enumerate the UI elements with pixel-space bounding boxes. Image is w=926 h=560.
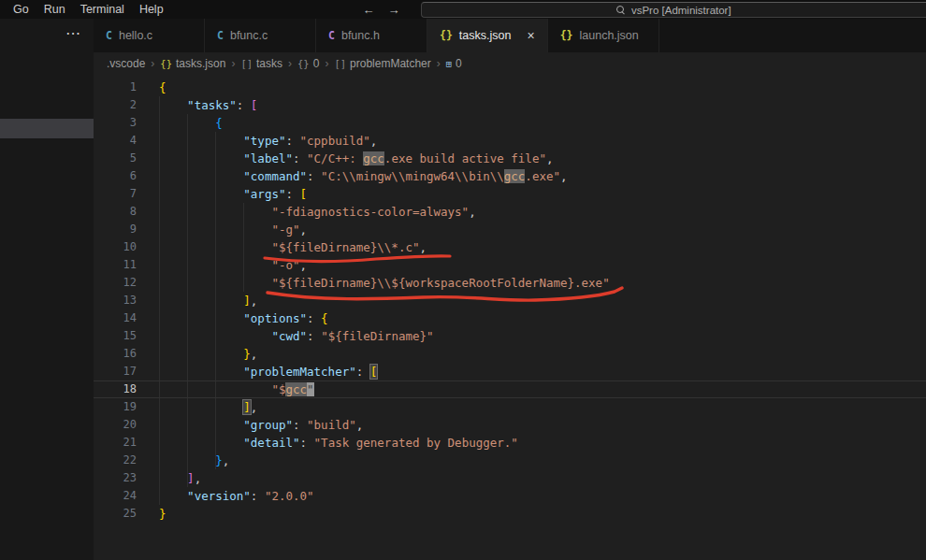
code-text: "-g", — [159, 221, 307, 238]
code-line: 2 "tasks": [ — [94, 96, 926, 114]
line-number[interactable]: 13 — [94, 292, 150, 309]
line-number[interactable]: 10 — [94, 238, 150, 256]
line-number[interactable]: 3 — [94, 114, 150, 132]
line-number[interactable]: 1 — [94, 79, 150, 96]
left-panel: ⋯ — [0, 19, 94, 560]
code-text: "command": "C:\\mingw\\mingw64\\bin\\gcc… — [159, 167, 568, 185]
tab-label: tasks.json — [459, 29, 512, 42]
close-icon[interactable]: × — [527, 29, 534, 42]
code-text: "type": "cppbuild", — [159, 132, 377, 150]
tab-tasks.json[interactable]: {}tasks.json× — [427, 19, 548, 52]
c-file-icon: C — [106, 29, 112, 42]
line-number[interactable]: 8 — [94, 203, 150, 221]
forward-icon[interactable]: → — [388, 3, 400, 17]
code-text: "-o", — [159, 256, 307, 274]
vscode-window: GoRunTerminalHelp ← → vsPro [Administrat… — [0, 0, 926, 560]
line-number[interactable]: 22 — [94, 452, 150, 469]
code-line: 21 "detail": "Task generated by Debugger… — [94, 434, 926, 452]
tab-hello.c[interactable]: Chello.c — [94, 19, 205, 52]
line-number[interactable]: 5 — [94, 150, 150, 167]
line-number[interactable]: 4 — [94, 132, 150, 150]
menu-help[interactable]: Help — [132, 0, 171, 19]
code-line: 11 "-o", — [94, 256, 926, 274]
code-line: 7 "args": [ — [94, 185, 926, 203]
breadcrumb-.vscode[interactable]: .vscode — [107, 57, 145, 70]
line-number[interactable]: 19 — [94, 398, 150, 416]
tab-bfunc.c[interactable]: Cbfunc.c — [205, 19, 316, 52]
code-text: }, — [159, 345, 257, 363]
code-line: 25} — [94, 505, 926, 523]
breadcrumb-label: tasks — [256, 57, 282, 70]
menu-go[interactable]: Go — [6, 0, 36, 19]
code-text: "label": "C/C++: gcc.exe build active fi… — [159, 150, 553, 167]
menu-terminal[interactable]: Terminal — [73, 0, 132, 19]
line-number[interactable]: 15 — [94, 327, 150, 345]
tab-bfunc.h[interactable]: Cbfunc.h — [316, 19, 427, 52]
line-number[interactable]: 14 — [94, 309, 150, 327]
menu-run[interactable]: Run — [36, 0, 73, 19]
symbol-array-icon: [] — [334, 58, 346, 69]
panel-selection-highlight[interactable] — [0, 119, 94, 138]
code-text: ], — [159, 469, 201, 487]
search-box[interactable]: vsPro [Administrator] — [421, 2, 926, 18]
code-text: "group": "build", — [159, 416, 363, 434]
breadcrumb-problemMatcher[interactable]: []problemMatcher — [334, 57, 430, 70]
code-line: 17 "problemMatcher": [ — [94, 363, 926, 381]
code-line: 23 ], — [94, 469, 926, 487]
breadcrumb-0[interactable]: ⊞0 — [446, 57, 462, 70]
code-line: 8 "-fdiagnostics-color=always", — [94, 203, 926, 221]
line-number[interactable]: 24 — [94, 487, 150, 505]
line-number[interactable]: 6 — [94, 167, 150, 185]
tab-label: bfunc.c — [230, 29, 268, 42]
code-line: 22 }, — [94, 452, 926, 469]
code-line: 9 "-g", — [94, 221, 926, 238]
line-number[interactable]: 11 — [94, 256, 150, 274]
line-number[interactable]: 7 — [94, 185, 150, 203]
line-number[interactable]: 9 — [94, 221, 150, 238]
line-number[interactable]: 21 — [94, 434, 150, 452]
back-icon[interactable]: ← — [363, 3, 375, 17]
search-box-label: vsPro [Administrator] — [631, 5, 731, 16]
workbench-body: ⋯ Chello.cCbfunc.cCbfunc.h{}tasks.json×{… — [0, 19, 926, 560]
code-text: "args": [ — [159, 185, 307, 203]
code-line: 12 "${fileDirname}\\${workspaceRootFolde… — [94, 274, 926, 292]
code-line: 5 "label": "C/C++: gcc.exe build active … — [94, 150, 926, 167]
tab-label: hello.c — [119, 29, 152, 42]
code-text: "version": "2.0.0" — [159, 487, 314, 505]
more-actions-icon[interactable]: ⋯ — [65, 24, 81, 42]
tab-launch.json[interactable]: {}launch.json — [548, 19, 659, 52]
line-number[interactable]: 23 — [94, 469, 150, 487]
search-icon — [616, 6, 626, 15]
breadcrumb-separator: › — [148, 57, 157, 70]
code-editor[interactable]: 1{2 "tasks": [3 {4 "type": "cppbuild",5 … — [94, 75, 926, 560]
history-nav: ← → — [363, 3, 400, 17]
breadcrumb-0[interactable]: {}0 — [297, 57, 319, 70]
line-number[interactable]: 20 — [94, 416, 150, 434]
line-number[interactable]: 12 — [94, 274, 150, 292]
breadcrumb-separator: › — [322, 57, 331, 70]
breadcrumb-tasks[interactable]: []tasks — [240, 57, 282, 70]
code-line: 24 "version": "2.0.0" — [94, 487, 926, 505]
code-line: 14 "options": { — [94, 309, 926, 327]
editor-group: Chello.cCbfunc.cCbfunc.h{}tasks.json×{}l… — [94, 19, 926, 560]
breadcrumb-label: .vscode — [107, 57, 145, 70]
code-line: 19 ], — [94, 398, 926, 416]
symbol-object-icon: {} — [297, 58, 310, 69]
line-number[interactable]: 25 — [94, 505, 150, 523]
h-file-icon: C — [328, 29, 335, 42]
code-line: 18 "$gcc" — [94, 381, 926, 398]
tab-label: bfunc.h — [341, 29, 380, 42]
line-number[interactable]: 2 — [94, 96, 150, 114]
code-text: "${fileDirname}\\*.c", — [159, 238, 427, 256]
breadcrumb-label: 0 — [313, 57, 320, 70]
code-text: ], — [159, 292, 257, 309]
code-text: "${fileDirname}\\${workspaceRootFolderNa… — [159, 274, 610, 292]
line-number[interactable]: 16 — [94, 345, 150, 363]
code-line: 4 "type": "cppbuild", — [94, 132, 926, 150]
code-text: "problemMatcher": [ — [159, 363, 377, 381]
line-number[interactable]: 17 — [94, 363, 150, 381]
line-number[interactable]: 18 — [94, 381, 150, 398]
breadcrumb-tasks.json[interactable]: {}tasks.json — [160, 57, 225, 70]
code-text: }, — [159, 452, 229, 469]
code-text: "-fdiagnostics-color=always", — [159, 203, 476, 221]
